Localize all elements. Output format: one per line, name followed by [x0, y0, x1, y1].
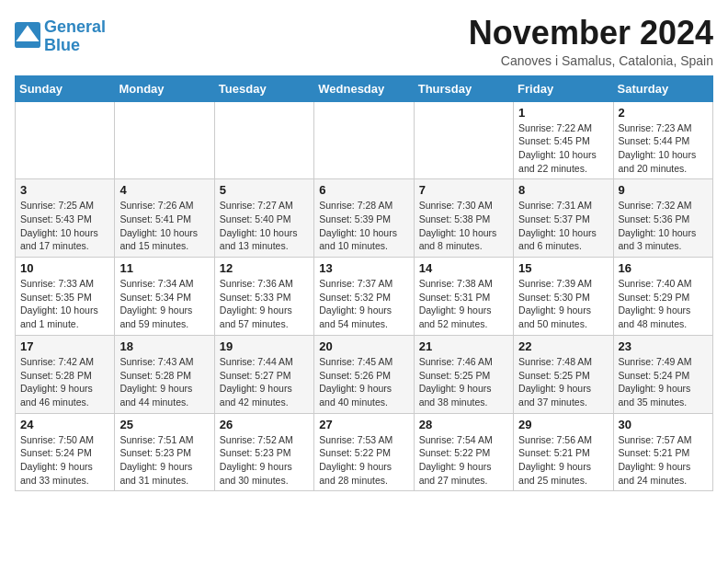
- day-info: Sunrise: 7:22 AM Sunset: 5:45 PM Dayligh…: [518, 121, 608, 176]
- day-info: Sunrise: 7:32 AM Sunset: 5:36 PM Dayligh…: [619, 199, 708, 253]
- day-number: 13: [319, 261, 408, 275]
- header: General Blue November 2024 Canoves i Sam…: [15, 15, 713, 68]
- calendar-cell: 12Sunrise: 7:36 AM Sunset: 5:33 PM Dayli…: [214, 258, 313, 336]
- day-number: 16: [619, 261, 708, 275]
- day-info: Sunrise: 7:37 AM Sunset: 5:32 PM Dayligh…: [319, 277, 408, 331]
- calendar-cell: 24Sunrise: 7:50 AM Sunset: 5:24 PM Dayli…: [16, 413, 115, 491]
- day-info: Sunrise: 7:53 AM Sunset: 5:22 PM Dayligh…: [319, 433, 408, 488]
- day-number: 6: [319, 183, 408, 197]
- calendar-cell: 5Sunrise: 7:27 AM Sunset: 5:40 PM Daylig…: [214, 179, 313, 258]
- day-info: Sunrise: 7:30 AM Sunset: 5:38 PM Dayligh…: [419, 199, 508, 253]
- day-number: 8: [518, 183, 608, 197]
- calendar-table: SundayMondayTuesdayWednesdayThursdayFrid…: [15, 75, 713, 492]
- day-info: Sunrise: 7:27 AM Sunset: 5:40 PM Dayligh…: [220, 199, 309, 253]
- weekday-header-tuesday: Tuesday: [214, 75, 313, 101]
- day-number: 1: [518, 106, 608, 120]
- weekday-header-row: SundayMondayTuesdayWednesdayThursdayFrid…: [16, 75, 713, 101]
- day-number: 21: [419, 339, 508, 353]
- calendar-cell: 6Sunrise: 7:28 AM Sunset: 5:39 PM Daylig…: [314, 179, 414, 258]
- calendar-cell: 28Sunrise: 7:54 AM Sunset: 5:22 PM Dayli…: [414, 413, 513, 491]
- calendar-cell: [414, 101, 513, 179]
- calendar-cell: 14Sunrise: 7:38 AM Sunset: 5:31 PM Dayli…: [414, 258, 513, 336]
- subtitle: Canoves i Samalus, Catalonia, Spain: [469, 53, 713, 68]
- logo-icon: [15, 22, 40, 48]
- day-info: Sunrise: 7:52 AM Sunset: 5:23 PM Dayligh…: [220, 433, 309, 488]
- day-info: Sunrise: 7:23 AM Sunset: 5:44 PM Dayligh…: [619, 121, 708, 176]
- calendar-cell: 27Sunrise: 7:53 AM Sunset: 5:22 PM Dayli…: [314, 413, 414, 491]
- day-info: Sunrise: 7:36 AM Sunset: 5:33 PM Dayligh…: [220, 277, 309, 331]
- calendar-cell: 1Sunrise: 7:22 AM Sunset: 5:45 PM Daylig…: [514, 101, 613, 179]
- day-number: 11: [119, 261, 209, 275]
- day-number: 2: [619, 106, 708, 120]
- calendar-cell: [214, 101, 313, 179]
- calendar-cell: 30Sunrise: 7:57 AM Sunset: 5:21 PM Dayli…: [613, 413, 712, 491]
- day-number: 17: [20, 339, 109, 353]
- calendar-cell: [16, 101, 115, 179]
- day-info: Sunrise: 7:38 AM Sunset: 5:31 PM Dayligh…: [419, 277, 508, 331]
- day-info: Sunrise: 7:44 AM Sunset: 5:27 PM Dayligh…: [220, 355, 309, 409]
- calendar-cell: 26Sunrise: 7:52 AM Sunset: 5:23 PM Dayli…: [214, 413, 313, 491]
- calendar-cell: [115, 101, 214, 179]
- calendar-cell: 9Sunrise: 7:32 AM Sunset: 5:36 PM Daylig…: [613, 179, 712, 258]
- weekday-header-thursday: Thursday: [414, 75, 513, 101]
- calendar-cell: 21Sunrise: 7:46 AM Sunset: 5:25 PM Dayli…: [414, 335, 513, 413]
- weekday-header-monday: Monday: [115, 75, 214, 101]
- day-info: Sunrise: 7:33 AM Sunset: 5:35 PM Dayligh…: [20, 277, 109, 331]
- day-number: 26: [220, 418, 309, 431]
- day-info: Sunrise: 7:25 AM Sunset: 5:43 PM Dayligh…: [20, 199, 109, 253]
- day-number: 12: [220, 261, 309, 275]
- calendar-cell: 16Sunrise: 7:40 AM Sunset: 5:29 PM Dayli…: [613, 258, 712, 336]
- day-info: Sunrise: 7:34 AM Sunset: 5:34 PM Dayligh…: [119, 277, 209, 331]
- day-info: Sunrise: 7:54 AM Sunset: 5:22 PM Dayligh…: [419, 433, 508, 488]
- calendar-week-row: 10Sunrise: 7:33 AM Sunset: 5:35 PM Dayli…: [16, 258, 713, 336]
- day-number: 15: [518, 261, 608, 275]
- day-info: Sunrise: 7:51 AM Sunset: 5:23 PM Dayligh…: [119, 433, 209, 488]
- day-info: Sunrise: 7:57 AM Sunset: 5:21 PM Dayligh…: [619, 433, 708, 488]
- calendar-week-row: 24Sunrise: 7:50 AM Sunset: 5:24 PM Dayli…: [16, 413, 713, 491]
- weekday-header-sunday: Sunday: [16, 75, 115, 101]
- calendar-cell: 19Sunrise: 7:44 AM Sunset: 5:27 PM Dayli…: [214, 335, 313, 413]
- day-number: 28: [419, 418, 508, 431]
- day-number: 22: [518, 339, 608, 353]
- calendar-cell: 8Sunrise: 7:31 AM Sunset: 5:37 PM Daylig…: [514, 179, 613, 258]
- month-title: November 2024: [469, 15, 713, 52]
- day-number: 5: [220, 183, 309, 197]
- calendar-cell: 2Sunrise: 7:23 AM Sunset: 5:44 PM Daylig…: [613, 101, 712, 179]
- calendar-cell: 25Sunrise: 7:51 AM Sunset: 5:23 PM Dayli…: [115, 413, 214, 491]
- day-info: Sunrise: 7:26 AM Sunset: 5:41 PM Dayligh…: [119, 199, 209, 253]
- weekday-header-wednesday: Wednesday: [314, 75, 414, 101]
- weekday-header-friday: Friday: [514, 75, 613, 101]
- day-info: Sunrise: 7:31 AM Sunset: 5:37 PM Dayligh…: [518, 199, 608, 253]
- day-info: Sunrise: 7:46 AM Sunset: 5:25 PM Dayligh…: [419, 355, 508, 409]
- day-info: Sunrise: 7:45 AM Sunset: 5:26 PM Dayligh…: [319, 355, 408, 409]
- day-number: 19: [220, 339, 309, 353]
- title-section: November 2024 Canoves i Samalus, Catalon…: [469, 15, 713, 68]
- logo-line2: Blue: [44, 36, 80, 54]
- calendar-cell: 15Sunrise: 7:39 AM Sunset: 5:30 PM Dayli…: [514, 258, 613, 336]
- calendar-cell: [314, 101, 414, 179]
- day-number: 10: [20, 261, 109, 275]
- logo: General Blue: [15, 18, 106, 55]
- day-info: Sunrise: 7:28 AM Sunset: 5:39 PM Dayligh…: [319, 199, 408, 253]
- calendar-cell: 22Sunrise: 7:48 AM Sunset: 5:25 PM Dayli…: [514, 335, 613, 413]
- day-info: Sunrise: 7:42 AM Sunset: 5:28 PM Dayligh…: [20, 355, 109, 409]
- day-number: 3: [20, 183, 109, 197]
- calendar-week-row: 1Sunrise: 7:22 AM Sunset: 5:45 PM Daylig…: [16, 101, 713, 179]
- day-number: 9: [619, 183, 708, 197]
- day-info: Sunrise: 7:48 AM Sunset: 5:25 PM Dayligh…: [518, 355, 608, 409]
- day-info: Sunrise: 7:39 AM Sunset: 5:30 PM Dayligh…: [518, 277, 608, 331]
- calendar-week-row: 3Sunrise: 7:25 AM Sunset: 5:43 PM Daylig…: [16, 179, 713, 258]
- day-info: Sunrise: 7:40 AM Sunset: 5:29 PM Dayligh…: [619, 277, 708, 331]
- calendar-cell: 7Sunrise: 7:30 AM Sunset: 5:38 PM Daylig…: [414, 179, 513, 258]
- calendar-cell: 13Sunrise: 7:37 AM Sunset: 5:32 PM Dayli…: [314, 258, 414, 336]
- day-number: 30: [619, 418, 708, 431]
- calendar-week-row: 17Sunrise: 7:42 AM Sunset: 5:28 PM Dayli…: [16, 335, 713, 413]
- calendar-cell: 17Sunrise: 7:42 AM Sunset: 5:28 PM Dayli…: [16, 335, 115, 413]
- weekday-header-saturday: Saturday: [613, 75, 712, 101]
- day-info: Sunrise: 7:49 AM Sunset: 5:24 PM Dayligh…: [619, 355, 708, 409]
- day-info: Sunrise: 7:43 AM Sunset: 5:28 PM Dayligh…: [119, 355, 209, 409]
- day-number: 18: [119, 339, 209, 353]
- calendar-cell: 29Sunrise: 7:56 AM Sunset: 5:21 PM Dayli…: [514, 413, 613, 491]
- calendar-cell: 18Sunrise: 7:43 AM Sunset: 5:28 PM Dayli…: [115, 335, 214, 413]
- day-number: 4: [119, 183, 209, 197]
